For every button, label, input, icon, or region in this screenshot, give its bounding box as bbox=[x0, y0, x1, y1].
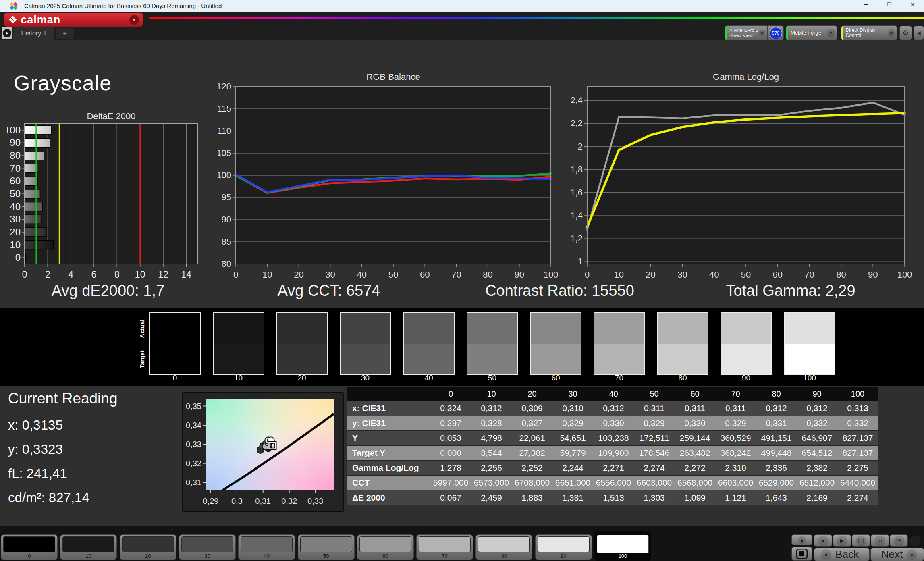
svg-text:50: 50 bbox=[388, 270, 398, 280]
table-cell-20: 1,883 bbox=[512, 490, 552, 505]
status-indicator-circle bbox=[909, 535, 921, 546]
table-col-header-70: 70 bbox=[715, 387, 756, 401]
svg-text:0: 0 bbox=[233, 270, 238, 280]
table-cell-100: 0,313 bbox=[837, 401, 878, 416]
pattern-patch-100[interactable]: 100 bbox=[594, 531, 651, 561]
display-control-name: Direct Display Control bbox=[846, 28, 888, 38]
tab-history-1[interactable]: History 1 bbox=[13, 27, 54, 40]
stat-total-gamma: Total Gamma: 2,29 bbox=[726, 282, 855, 299]
swatch-actual-40 bbox=[404, 313, 454, 344]
pattern-patch-60[interactable]: 60 bbox=[357, 534, 414, 560]
svg-text:0,34: 0,34 bbox=[186, 421, 201, 430]
calman-diamond-icon: ❖ bbox=[8, 14, 17, 26]
table-col-header-60: 60 bbox=[675, 387, 715, 401]
patch-swatch-90 bbox=[538, 536, 590, 552]
table-cell-10: 2,256 bbox=[471, 461, 512, 476]
chevron-left-icon: ◀ bbox=[917, 30, 920, 36]
meter-exposure-button[interactable]: 570 bbox=[768, 25, 784, 41]
pattern-patch-40[interactable]: 40 bbox=[238, 534, 295, 560]
table-cell-40: 109,900 bbox=[593, 446, 634, 461]
loop-measure-button[interactable]: ⟳ bbox=[890, 534, 908, 547]
table-cell-40: 1,513 bbox=[593, 490, 634, 505]
infinity-icon: ∞ bbox=[875, 536, 885, 546]
svg-text:60: 60 bbox=[773, 270, 783, 280]
next-button[interactable]: Next » bbox=[870, 548, 924, 561]
table-col-header-80: 80 bbox=[756, 387, 797, 401]
table-cell-10: 8,544 bbox=[471, 446, 512, 461]
table-col-header-100: 100 bbox=[837, 387, 878, 401]
stop-measure-button[interactable]: ■ bbox=[814, 534, 832, 547]
meter-dropdown[interactable]: X-Rite i1Pro 3 Direct View ▼ bbox=[725, 25, 768, 41]
pattern-patch-0[interactable]: 0 bbox=[1, 534, 58, 560]
patch-swatch-0 bbox=[3, 536, 55, 552]
minimize-button[interactable]: – bbox=[862, 1, 870, 8]
svg-text:20: 20 bbox=[294, 270, 303, 280]
svg-text:Gamma Log/Log: Gamma Log/Log bbox=[713, 72, 779, 82]
calman-menu-button[interactable]: ❖ calman ▼ bbox=[4, 13, 143, 27]
swatch-50 bbox=[467, 312, 518, 375]
svg-text:120: 120 bbox=[218, 81, 231, 91]
pattern-window-button[interactable] bbox=[791, 547, 812, 561]
pattern-patch-10[interactable]: 10 bbox=[60, 534, 117, 560]
play-icon: ▶ bbox=[3, 29, 11, 37]
close-button[interactable]: ✕ bbox=[909, 1, 917, 8]
table-col-header-20: 20 bbox=[512, 387, 552, 401]
tab-expander-button[interactable]: ▶ bbox=[2, 27, 12, 39]
display-control-dropdown[interactable]: Direct Display Control ▼ bbox=[841, 25, 897, 41]
page-title: Grayscale bbox=[14, 71, 112, 95]
patch-swatch-50 bbox=[300, 536, 352, 552]
meter-name: X-Rite i1Pro 3 bbox=[729, 28, 758, 33]
table-col-header-10: 10 bbox=[471, 387, 512, 401]
svg-text:80: 80 bbox=[222, 259, 231, 269]
pattern-patch-30[interactable]: 30 bbox=[179, 534, 236, 560]
stop-icon: ■ bbox=[818, 536, 828, 546]
reading-cdm2: cd/m²: 827,14 bbox=[8, 490, 117, 505]
deltae-bar-90 bbox=[25, 138, 50, 147]
back-button[interactable]: « Back bbox=[814, 548, 870, 561]
swatch-target-60 bbox=[531, 344, 581, 374]
pattern-size-button[interactable]: [··] bbox=[852, 534, 870, 547]
svg-text:0,32: 0,32 bbox=[281, 497, 297, 505]
svg-text:90: 90 bbox=[515, 270, 524, 280]
add-tab-button[interactable]: + bbox=[56, 28, 74, 39]
pattern-patch-70[interactable]: 70 bbox=[416, 534, 473, 560]
svg-text:1: 1 bbox=[578, 256, 583, 266]
table-cell-50: 1,303 bbox=[634, 490, 675, 505]
svg-text:12: 12 bbox=[158, 269, 168, 278]
table-col-header-30: 30 bbox=[552, 387, 593, 401]
continuous-measure-button[interactable]: ∞ bbox=[871, 534, 889, 547]
table-cell-20: 0,327 bbox=[512, 416, 552, 431]
chevron-down-icon: ▼ bbox=[888, 29, 895, 37]
table-cell-90: 2,169 bbox=[797, 490, 837, 505]
svg-text:90: 90 bbox=[868, 270, 878, 280]
svg-text:85: 85 bbox=[222, 237, 231, 247]
pattern-patch-20[interactable]: 20 bbox=[120, 534, 176, 560]
swatch-40 bbox=[403, 312, 455, 375]
current-reading-title: Current Reading bbox=[8, 390, 117, 407]
table-cell-70: 0,329 bbox=[715, 416, 756, 431]
swatch-60 bbox=[530, 312, 581, 375]
svg-text:30: 30 bbox=[10, 214, 21, 224]
pattern-patch-90[interactable]: 90 bbox=[535, 534, 592, 560]
workspace: Grayscale DeltaE 20000246810121410090807… bbox=[0, 40, 924, 526]
play-measure-button[interactable]: ▶ bbox=[833, 534, 851, 547]
table-cell-30: 0,310 bbox=[552, 401, 593, 416]
pattern-window-up-button[interactable]: ▲ bbox=[791, 534, 812, 545]
swatch-target-10 bbox=[214, 344, 264, 374]
gear-icon: ⚙ bbox=[902, 29, 909, 37]
pattern-patch-50[interactable]: 50 bbox=[298, 534, 355, 560]
grayscale-swatch-strip: Actual Target 0102030405060708090100 bbox=[0, 308, 924, 386]
maximize-button[interactable]: □ bbox=[885, 1, 893, 8]
current-reading-panel: Current Reading x: 0,3135 y: 0,3323 fL: … bbox=[8, 390, 117, 514]
svg-text:10: 10 bbox=[262, 270, 272, 280]
table-cell-50: 6603,000 bbox=[634, 476, 675, 490]
swatch-actual-30 bbox=[341, 313, 390, 344]
swatch-label-60: 60 bbox=[530, 374, 581, 382]
source-dropdown[interactable]: Mobile Forge ▼ bbox=[786, 25, 837, 41]
swatch-label-70: 70 bbox=[594, 374, 645, 382]
table-cell-10: 0,328 bbox=[471, 416, 512, 431]
svg-text:80: 80 bbox=[10, 150, 21, 161]
settings-button[interactable]: ⚙ bbox=[899, 26, 912, 40]
collapse-panel-button[interactable]: ◀ bbox=[914, 26, 924, 40]
pattern-patch-80[interactable]: 80 bbox=[475, 534, 532, 560]
